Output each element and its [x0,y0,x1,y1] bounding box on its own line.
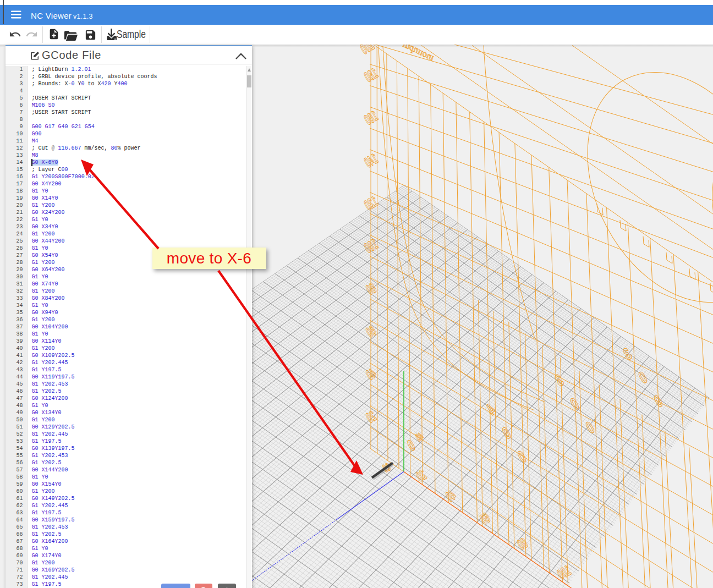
svg-text:0: 0 [515,447,529,465]
svg-text:160: 160 [361,107,380,127]
svg-text:180: 180 [361,65,380,85]
svg-text:20: 20 [413,466,429,485]
svg-text:140: 140 [361,150,380,170]
svg-text:20: 20 [363,408,379,426]
svg-text:40: 40 [414,430,425,444]
